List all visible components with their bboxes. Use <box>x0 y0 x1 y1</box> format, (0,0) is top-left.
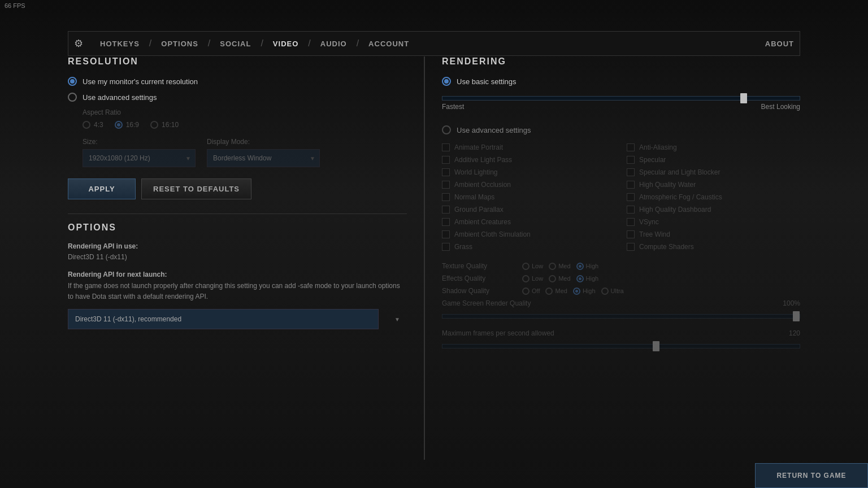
nav-video[interactable]: VIDEO <box>264 40 307 48</box>
checkbox-additive-light-box[interactable] <box>442 156 450 164</box>
texture-low[interactable]: Low <box>522 263 543 270</box>
texture-med[interactable]: Med <box>549 263 570 270</box>
effects-high-radio[interactable] <box>576 275 584 282</box>
checkbox-specular-light-blocker-box[interactable] <box>627 168 635 176</box>
checkbox-normal-maps-box[interactable] <box>442 193 450 201</box>
checkbox-world-lighting-box[interactable] <box>442 168 450 176</box>
reset-button[interactable]: RESET TO DEFAULTS <box>141 178 251 199</box>
checkbox-ambient-occlusion[interactable]: Ambient Occlusion <box>442 181 615 189</box>
texture-med-radio[interactable] <box>549 263 556 270</box>
checkbox-normal-maps[interactable]: Normal Maps <box>442 193 615 201</box>
shadow-off-radio[interactable] <box>522 287 530 295</box>
max-fps-label: Maximum frames per second allowed <box>442 329 554 337</box>
aspect-43[interactable]: 4:3 <box>83 121 103 129</box>
effects-med[interactable]: Med <box>549 275 570 282</box>
checkbox-world-lighting[interactable]: World Lighting <box>442 168 615 176</box>
checkbox-specular-box[interactable] <box>627 156 635 164</box>
size-dropdown[interactable]: 1920x1080 (120 Hz) <box>83 149 196 167</box>
display-mode-dropdown[interactable]: Borderless Window <box>207 149 320 167</box>
checkbox-ambient-creatures-box[interactable] <box>442 218 450 226</box>
checkbox-additive-light[interactable]: Additive Light Pass <box>442 156 615 164</box>
checkbox-tree-wind[interactable]: Tree Wind <box>627 230 800 238</box>
checkbox-anti-aliasing[interactable]: Anti-Aliasing <box>627 143 800 151</box>
api-dropdown[interactable]: Direct3D 11 (-dx11), recommended <box>68 309 379 329</box>
nav-options[interactable]: OPTIONS <box>153 40 207 48</box>
checkbox-ground-parallax[interactable]: Ground Parallax <box>442 206 615 213</box>
checkbox-specular-light-blocker[interactable]: Specular and Light Blocker <box>627 168 800 176</box>
monitor-resolution-option[interactable]: Use my monitor's current resolution <box>68 77 407 86</box>
display-mode-dropdown-wrapper: Borderless Window <box>207 149 320 167</box>
return-to-game-button[interactable]: RETURN TO GAME <box>755 463 868 488</box>
checkbox-ambient-occlusion-box[interactable] <box>442 181 450 189</box>
checkbox-vsync[interactable]: VSync <box>627 218 800 226</box>
checkbox-atm-fog-box[interactable] <box>627 193 635 201</box>
checkbox-compute-shaders-box[interactable] <box>627 243 635 251</box>
checkbox-ground-parallax-box[interactable] <box>442 206 450 213</box>
shadow-ultra[interactable]: Ultra <box>601 287 624 295</box>
quality-slider-container: Fastest Best Looking <box>442 93 800 114</box>
render-quality-slider[interactable] <box>442 314 800 319</box>
nav-account[interactable]: ACCOUNT <box>360 40 418 48</box>
checkbox-tree-wind-box[interactable] <box>627 230 635 238</box>
monitor-resolution-radio[interactable] <box>68 77 77 86</box>
checkbox-ambient-creatures[interactable]: Ambient Creatures <box>442 218 615 226</box>
aspect-1610[interactable]: 16:10 <box>150 121 179 129</box>
shadow-high[interactable]: High <box>573 287 596 295</box>
nav-audio[interactable]: AUDIO <box>312 40 355 48</box>
checkbox-animate-portrait-box[interactable] <box>442 143 450 151</box>
texture-high[interactable]: High <box>576 263 599 270</box>
effects-low-radio[interactable] <box>522 275 530 282</box>
size-label: Size: <box>83 138 196 146</box>
shadow-ultra-radio[interactable] <box>601 287 609 295</box>
shadow-high-radio[interactable] <box>573 287 580 295</box>
checkbox-ambient-cloth[interactable]: Ambient Cloth Simulation <box>442 230 615 238</box>
checkbox-ambient-cloth-box[interactable] <box>442 230 450 238</box>
effects-med-radio[interactable] <box>549 275 556 282</box>
texture-low-radio[interactable] <box>522 263 530 270</box>
checkbox-grass[interactable]: Grass <box>442 243 615 251</box>
checkbox-high-quality-dashboard-box[interactable] <box>627 206 635 213</box>
api-dropdown-wrapper: Direct3D 11 (-dx11), recommended <box>68 309 407 329</box>
effects-quality-label: Effects Quality <box>442 274 515 282</box>
shadow-med[interactable]: Med <box>545 287 567 295</box>
checkbox-compute-shaders[interactable]: Compute Shaders <box>627 243 800 251</box>
basic-settings-option[interactable]: Use basic settings <box>442 77 800 86</box>
shadow-off[interactable]: Off <box>522 287 540 295</box>
checkbox-grass-box[interactable] <box>442 243 450 251</box>
shadow-med-radio[interactable] <box>545 287 553 295</box>
effects-low[interactable]: Low <box>522 275 543 282</box>
right-panel: RENDERING Use basic settings Fastest Bes… <box>442 56 800 460</box>
checkbox-specular[interactable]: Specular <box>627 156 800 164</box>
nav-social[interactable]: SOCIAL <box>211 40 259 48</box>
aspect-169[interactable]: 16:9 <box>115 121 139 129</box>
advanced-settings-radio[interactable] <box>442 125 451 134</box>
nav-hotkeys[interactable]: HOTKEYS <box>92 40 148 48</box>
api-next-text: Rendering API for next launch: If the ga… <box>68 269 407 302</box>
checkbox-atm-fog[interactable]: Atmospheric Fog / Caustics <box>627 193 800 201</box>
checkbox-ground-parallax-label: Ground Parallax <box>454 206 504 213</box>
basic-settings-radio[interactable] <box>442 77 451 86</box>
apply-button[interactable]: APPLY <box>68 178 136 199</box>
checkbox-animate-portrait[interactable]: Animate Portrait <box>442 143 615 151</box>
aspect-169-radio[interactable] <box>115 121 123 129</box>
checkbox-high-quality-dashboard[interactable]: High Quality Dashboard <box>627 206 800 213</box>
advanced-resolution-option[interactable]: Use advanced settings <box>68 93 407 102</box>
advanced-resolution-radio[interactable] <box>68 93 77 102</box>
rendering-title: RENDERING <box>442 56 800 67</box>
shadow-high-label: High <box>583 287 596 294</box>
aspect-43-radio[interactable] <box>83 121 90 129</box>
checkbox-vsync-box[interactable] <box>627 218 635 226</box>
texture-high-radio[interactable] <box>576 263 584 270</box>
quality-slider[interactable] <box>442 96 800 101</box>
nav-about[interactable]: ABOUT <box>765 40 794 48</box>
checkbox-anti-aliasing-box[interactable] <box>627 143 635 151</box>
gear-icon: ⚙ <box>74 37 83 50</box>
advanced-settings-option[interactable]: Use advanced settings <box>442 125 800 134</box>
effects-high[interactable]: High <box>576 275 599 282</box>
checkbox-high-quality-water[interactable]: High Quality Water <box>627 181 800 189</box>
max-fps-slider[interactable] <box>442 344 800 348</box>
aspect-1610-radio[interactable] <box>150 121 158 129</box>
checkbox-ambient-creatures-label: Ambient Creatures <box>454 218 511 226</box>
checkbox-high-quality-water-box[interactable] <box>627 181 635 189</box>
shadow-off-label: Off <box>532 287 540 294</box>
